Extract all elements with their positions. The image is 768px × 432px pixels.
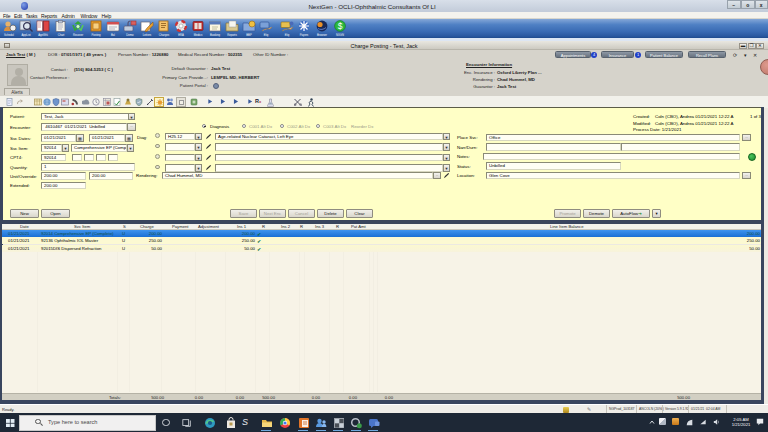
svg-text:$: $: [337, 21, 342, 31]
